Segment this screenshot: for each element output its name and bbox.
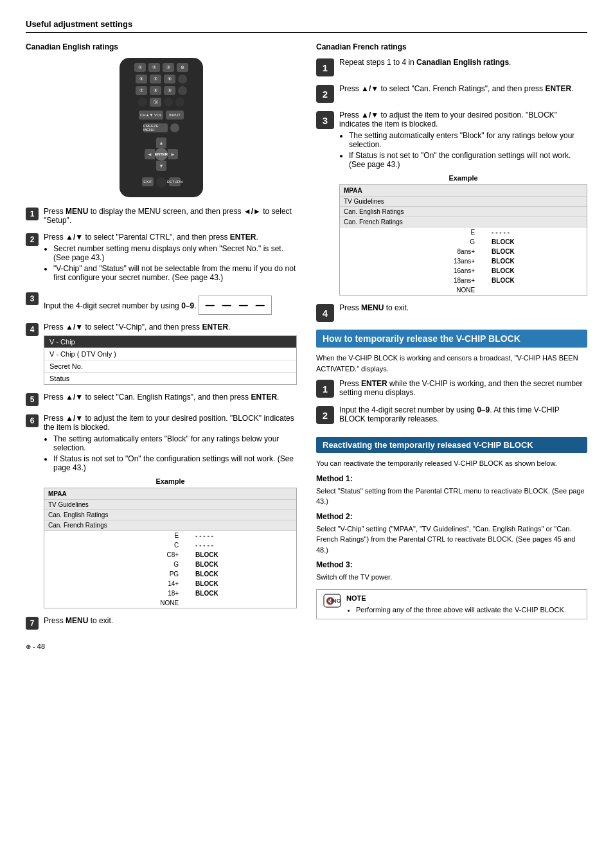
section3-body: You can reactivate the temporarily relea… — [316, 458, 587, 469]
step-6-bullet-2: If Status is not set to "On" the configu… — [53, 454, 297, 472]
btn-7: ⑦ — [136, 86, 147, 95]
note-content: NOTE Performing any of the three above w… — [346, 594, 566, 616]
fr-step-3-num: 3 — [316, 111, 334, 129]
btn-exit: EXIT — [142, 177, 154, 186]
fr-step-3: 3 Press ▲/▼ to adjust the item to your d… — [316, 111, 587, 296]
fr-step-4-num: 4 — [316, 304, 334, 322]
step-7-num: 7 — [26, 617, 39, 630]
step-2: 2 Press ▲/▼ to select "Parental CTRL", a… — [26, 233, 297, 284]
step-1-num: 1 — [26, 208, 39, 220]
section3-heading: Reactivating the temporarily released V-… — [316, 437, 587, 453]
step-6: 6 Press ▲/▼ to adjust the item to your d… — [26, 414, 297, 608]
menu-box-vchip: V - Chip V - Chip ( DTV Only ) Secret No… — [44, 335, 297, 385]
remote-image: ① ② ③ ⊕ ④ ⑤ ⑥ ⑦ ⑧ ⑨ — [26, 58, 297, 197]
btn-8: ⑧ — [150, 86, 161, 95]
btn-circle-e — [156, 177, 166, 188]
btn-circle-b — [164, 98, 173, 107]
btn-2: ② — [148, 63, 160, 72]
fr-step-3-bullet-2: If Status is not set to "On" the configu… — [349, 151, 587, 169]
btn-5: ⑤ — [150, 75, 161, 84]
example-label-right: Example — [339, 174, 587, 182]
step-3-content: Input the 4-digit secret number by using… — [44, 292, 297, 315]
menu-item-vchip-dtv: V - Chip ( DTV Only ) — [44, 348, 296, 360]
step-4-num: 4 — [26, 323, 39, 336]
btn-side1 — [178, 75, 187, 84]
example-table-right: MPAA TV Guidelines Can. English Ratings … — [339, 184, 587, 296]
step-2-bullet-1: Secret number setting menu displays only… — [53, 244, 297, 262]
fr-step-3-content: Press ▲/▼ to adjust the item to your des… — [339, 111, 587, 296]
method1-title: Method 1: — [316, 474, 587, 483]
btn-side2 — [178, 86, 187, 95]
fr-step-3-bullet-1: The setting automatically enters "Block"… — [349, 131, 587, 149]
note-icon: 🔇 NOTE — [323, 594, 341, 610]
remote-control: ① ② ③ ⊕ ④ ⑤ ⑥ ⑦ ⑧ ⑨ — [120, 58, 203, 197]
secret-number-display: ———— — [199, 296, 272, 315]
fr-step-1: 1 Repeat steps 1 to 4 in Canadian Englis… — [316, 58, 587, 76]
method1-text: Select "Status" setting from the Parenta… — [316, 486, 587, 507]
step-3-num: 3 — [26, 292, 39, 305]
btn-circle-c — [175, 98, 184, 107]
left-column: Canadian English ratings ① ② ③ ⊕ ④ ⑤ ⑥ ⑦ — [26, 42, 297, 650]
vchip-step-1-content: Press ENTER while the V-CHIP is working,… — [339, 379, 587, 397]
btn-input: INPUT — [166, 111, 184, 120]
step-1-content: Press MENU to display the MENU screen, a… — [44, 207, 297, 225]
btn-freeze-menu: FREEZE MENU — [143, 123, 168, 132]
dpad-left: ◄ — [145, 149, 155, 159]
dpad-right: ► — [168, 149, 178, 159]
note-label: NOTE — [346, 594, 366, 602]
note-text: Performing any of the three above will a… — [356, 605, 566, 616]
fr-step-2: 2 Press ▲/▼ to select "Can. French Ratin… — [316, 84, 587, 103]
step-6-bullet-1: The setting automatically enters "Block"… — [53, 434, 297, 452]
vchip-step-1: 1 Press ENTER while the V-CHIP is workin… — [316, 379, 587, 398]
btn-ch-vol: CH▲▼ VOL — [139, 111, 163, 120]
method3-title: Method 3: — [316, 560, 587, 569]
dpad-down: ▼ — [156, 161, 166, 171]
fr-step-1-content: Repeat steps 1 to 4 in Canadian English … — [339, 58, 587, 67]
step-4: 4 Press ▲/▼ to select "V-Chip", and then… — [26, 323, 297, 385]
page-number: ⊕ - 48 — [26, 642, 297, 650]
step-7: 7 Press MENU to exit. — [26, 616, 297, 630]
step-2-num: 2 — [26, 233, 39, 246]
btn-plus: ⊕ — [177, 63, 188, 72]
step-1: 1 Press MENU to display the MENU screen,… — [26, 207, 297, 225]
step-7-content: Press MENU to exit. — [44, 616, 297, 625]
dpad-enter: ENTER — [155, 148, 168, 161]
example-label-left: Example — [44, 477, 297, 485]
step-2-bullets: Secret number setting menu displays only… — [53, 244, 297, 282]
step-6-num: 6 — [26, 414, 39, 427]
left-section-heading: Canadian English ratings — [26, 42, 297, 51]
fr-step-4: 4 Press MENU to exit. — [316, 303, 587, 322]
method3-text: Switch off the TV power. — [316, 572, 587, 583]
fr-step-2-num: 2 — [316, 85, 334, 103]
step-6-bullets: The setting automatically enters "Block"… — [53, 434, 297, 472]
note-box: 🔇 NOTE NOTE Performing any of the three … — [316, 589, 587, 620]
step-2-content: Press ▲/▼ to select "Parental CTRL", and… — [44, 233, 297, 284]
fr-step-4-content: Press MENU to exit. — [339, 303, 587, 312]
step-5: 5 Press ▲/▼ to select "Can. English Rati… — [26, 393, 297, 406]
fr-step-2-content: Press ▲/▼ to select "Can. French Ratings… — [339, 84, 587, 93]
right-section-heading: Canadian French ratings — [316, 42, 587, 51]
menu-item-status: Status — [44, 373, 296, 384]
btn-4: ④ — [136, 75, 147, 84]
btn-0: ⓪ — [150, 98, 161, 107]
example-table-left: MPAA TV Guidelines Can. English Ratings … — [44, 488, 297, 608]
section2-heading: How to temporarily release the V-CHIP BL… — [316, 330, 587, 348]
btn-6: ⑥ — [164, 75, 175, 84]
step-2-bullet-2: "V-Chip" and "Status" will not be select… — [53, 264, 297, 282]
section2-body: When the V-CHIP BLOCK is working and cen… — [316, 353, 587, 374]
btn-9: ⑨ — [164, 86, 175, 95]
page-title: Useful adjustment settings — [26, 19, 587, 33]
dpad-up: ▲ — [156, 137, 166, 148]
btn-3: ③ — [163, 63, 174, 72]
menu-item-vchip: V - Chip — [44, 336, 296, 348]
right-column: Canadian French ratings 1 Repeat steps 1… — [316, 42, 587, 650]
vchip-step-1-num: 1 — [316, 380, 334, 398]
vchip-step-2: 2 Input the 4-digit secret number by usi… — [316, 405, 587, 424]
svg-text:NOTE: NOTE — [332, 598, 341, 604]
vchip-step-2-num: 2 — [316, 406, 334, 424]
step-4-content: Press ▲/▼ to select "V-Chip", and then p… — [44, 323, 297, 385]
step-6-content: Press ▲/▼ to adjust the item to your des… — [44, 414, 297, 608]
btn-return: RETURN — [169, 177, 181, 186]
fr-step-1-num: 1 — [316, 58, 334, 76]
step-5-content: Press ▲/▼ to select "Can. English Rating… — [44, 393, 297, 402]
